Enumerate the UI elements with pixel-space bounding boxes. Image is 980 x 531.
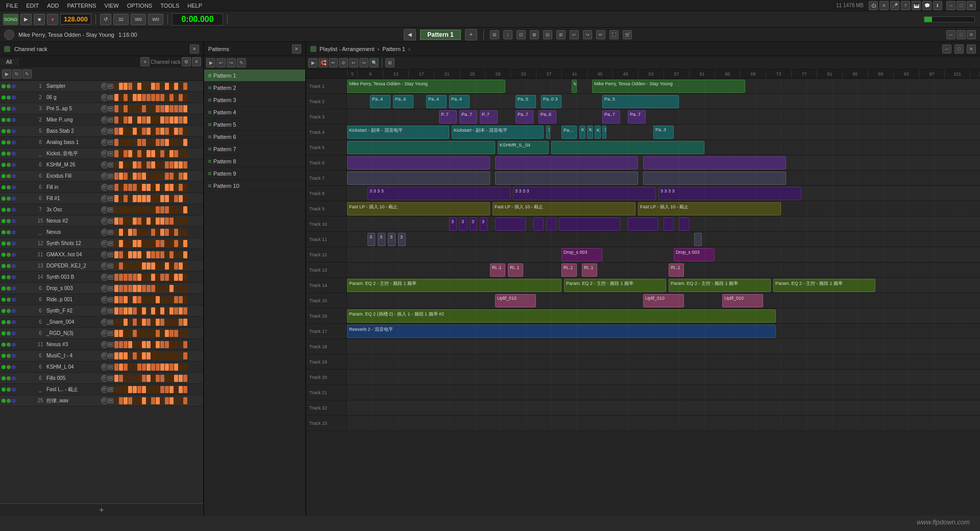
pattern-cell[interactable] <box>146 94 151 101</box>
channel-mute-dot[interactable] <box>7 242 11 246</box>
pattern-btn3[interactable]: ⊡ <box>517 30 526 39</box>
pattern-cell[interactable] <box>160 240 164 247</box>
pattern-cell[interactable] <box>137 274 141 281</box>
channel-mute-dot[interactable] <box>7 140 11 144</box>
ch-rack-filter[interactable]: ≡ <box>140 57 150 66</box>
track-block[interactable]: Mike Perry, Tessa Odden - Stay Young <box>592 80 745 93</box>
track-block[interactable]: Kic平 <box>595 126 601 139</box>
pattern-cell[interactable] <box>137 262 141 270</box>
pattern-cell[interactable] <box>128 319 132 326</box>
channel-active-dot[interactable] <box>2 230 6 234</box>
pattern-cell[interactable] <box>179 375 183 382</box>
channel-solo-dot[interactable] <box>12 197 16 201</box>
track-content[interactable]: Uplif_010Uplif_010Uplif_010 <box>347 293 980 308</box>
pattern-cell[interactable] <box>160 206 164 213</box>
pattern-cell[interactable] <box>119 240 123 247</box>
pattern-cell[interactable] <box>146 229 151 236</box>
pattern-cell[interactable] <box>133 319 137 326</box>
pattern-cell[interactable] <box>169 161 174 168</box>
pattern-cell[interactable] <box>133 375 137 382</box>
pattern-cell[interactable] <box>146 83 151 90</box>
channel-name[interactable]: Synth_F #2 <box>45 308 101 313</box>
pattern-cell[interactable] <box>133 386 137 393</box>
channel-row[interactable]: 73x Osc+ <box>0 204 203 215</box>
pattern-cell[interactable] <box>165 240 169 247</box>
pattern-cell[interactable] <box>151 296 155 303</box>
channel-name[interactable]: 06 g <box>45 94 101 100</box>
pattern-cell[interactable] <box>156 139 160 146</box>
track-content[interactable]: 3333 <box>347 232 980 247</box>
pattern-cell[interactable] <box>183 319 187 326</box>
pattern-panel-close[interactable]: ✕ <box>292 44 301 54</box>
pattern-cell[interactable] <box>183 229 187 236</box>
pattern-cell[interactable] <box>128 218 132 225</box>
pattern-cell[interactable] <box>165 375 169 382</box>
track-block[interactable]: 3 <box>449 218 457 231</box>
pattern-cell[interactable] <box>142 319 146 326</box>
pattern-cell[interactable] <box>146 341 151 348</box>
track-block[interactable] <box>546 218 556 231</box>
track-block[interactable]: Fast LP - 插入 10 - 截止 <box>347 202 490 215</box>
pattern-cell[interactable] <box>160 375 164 382</box>
pattern-cell[interactable] <box>114 139 118 146</box>
pattern-cell[interactable] <box>124 150 128 157</box>
pattern-cell[interactable] <box>169 218 174 225</box>
pattern-cell[interactable] <box>142 341 146 348</box>
pattern-cell[interactable] <box>114 397 118 404</box>
pattern-list-item[interactable]: Pattern 10 <box>204 180 305 192</box>
channel-add-btn[interactable]: + <box>108 342 113 347</box>
channel-row[interactable]: 14Synth 003 B+ <box>0 272 203 283</box>
channel-volume-knob[interactable] <box>101 307 108 315</box>
mode-indicator[interactable]: SONG <box>3 14 18 25</box>
pattern-cell[interactable] <box>179 195 183 202</box>
pattern-cell[interactable] <box>160 330 164 337</box>
pattern-cell[interactable] <box>128 173 132 180</box>
pattern-cell[interactable] <box>114 83 118 90</box>
track-block[interactable]: Drop_s 003 <box>561 248 602 261</box>
channel-mute-dot[interactable] <box>7 107 11 111</box>
ch-toolbar-2[interactable]: ↻ <box>12 69 21 79</box>
pattern-cell[interactable] <box>119 206 123 213</box>
channel-name[interactable]: Synth 003 B <box>45 274 101 280</box>
track-block[interactable]: Pa..4 <box>370 95 390 108</box>
pattern-cell[interactable] <box>156 307 160 315</box>
pattern-btn7[interactable]: ↩ <box>570 30 579 39</box>
pattern-cell[interactable] <box>124 386 128 393</box>
pattern-cell[interactable] <box>119 341 123 348</box>
track-block[interactable]: P..7 <box>480 110 498 124</box>
track-block[interactable]: 3 <box>602 126 606 139</box>
pattern-cell[interactable] <box>114 173 118 180</box>
track-block[interactable]: Param. EQ 2 - 主控 - 频段 1 频率 <box>773 279 875 292</box>
pattern-cell[interactable] <box>169 173 174 180</box>
tab-all[interactable]: All <box>0 58 18 66</box>
pattern-list-item[interactable]: Pattern 4 <box>204 106 305 118</box>
piano-btn[interactable]: 🎹 <box>912 1 921 10</box>
pattern-cell[interactable] <box>151 83 155 90</box>
pattern-btn8[interactable]: ↪ <box>583 30 592 39</box>
pattern-cell[interactable] <box>165 229 169 236</box>
channel-add-btn[interactable]: + <box>108 185 113 190</box>
track-block[interactable]: Uplif_010 <box>495 294 536 307</box>
pattern-cell[interactable] <box>169 150 174 157</box>
track-content[interactable]: Mike Perry, Tessa Odden - Stay YoungMik.… <box>347 79 980 93</box>
channel-row[interactable]: 8Analog bass 1+ <box>0 137 203 148</box>
record-button[interactable]: ● <box>47 14 58 25</box>
pattern-cell[interactable] <box>183 161 187 168</box>
track-block[interactable] <box>559 218 620 231</box>
pattern-cell[interactable] <box>165 285 169 292</box>
pattern-cell[interactable] <box>119 105 123 112</box>
pattern-cell[interactable] <box>174 352 178 359</box>
pattern-cell[interactable] <box>119 307 123 315</box>
cpu-btn[interactable]: ✕ <box>879 1 889 10</box>
pattern-cell[interactable] <box>124 397 128 404</box>
pl-toolbar-redo[interactable]: ↪ <box>359 58 369 67</box>
pattern-cell[interactable] <box>151 128 155 135</box>
pattern-cell[interactable] <box>179 262 183 270</box>
channel-mute-dot[interactable] <box>7 230 11 234</box>
pattern-cell[interactable] <box>133 285 137 292</box>
pattern-cell[interactable] <box>133 116 137 124</box>
track-block[interactable]: Param. EQ 2 - 主控 - 频段 1 频率 <box>564 279 666 292</box>
pattern-cell[interactable] <box>169 128 174 135</box>
menu-help[interactable]: HELP <box>183 2 206 10</box>
close-btn[interactable]: ✕ <box>967 1 976 10</box>
